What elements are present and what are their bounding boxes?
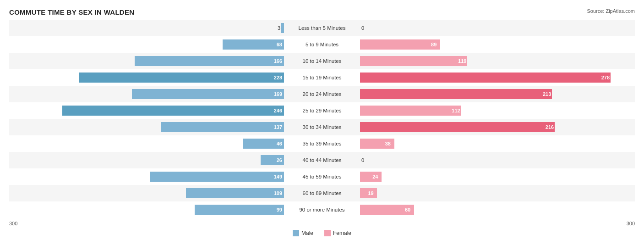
female-value: 19 (360, 190, 374, 196)
male-value: 149 (274, 174, 284, 179)
female-value: 213 (360, 91, 551, 97)
female-value: 119 (360, 58, 466, 64)
row-label: 35 to 39 Minutes (285, 141, 359, 146)
row-label: 90 or more Minutes (285, 207, 359, 212)
table-row: 90 or more Minutes9960 (9, 201, 635, 218)
male-value: 169 (274, 91, 284, 97)
row-label: 5 to 9 Minutes (285, 42, 359, 47)
legend-female-label: Female (333, 230, 351, 236)
table-row: 60 to 89 Minutes10919 (9, 185, 635, 201)
chart-container: Commute Time by Sex in Walden Source: Zi… (0, 0, 644, 240)
female-value: 60 (360, 207, 410, 212)
row-label: 20 to 24 Minutes (285, 91, 359, 97)
table-row: 25 to 29 Minutes246112 (9, 102, 635, 119)
table-row: 35 to 39 Minutes4638 (9, 135, 635, 152)
chart-title: Commute Time by Sex in Walden (9, 8, 635, 16)
female-value: 216 (360, 124, 554, 130)
female-value: 24 (360, 174, 378, 179)
axis-left: 300 (9, 221, 17, 226)
male-value: 137 (274, 124, 284, 130)
female-value: 0 (361, 157, 364, 163)
male-value: 46 (277, 141, 284, 146)
male-value: 3 (278, 25, 280, 31)
legend-male-label: Male (301, 230, 313, 236)
female-value: 112 (360, 108, 460, 113)
legend-male-box (293, 230, 299, 236)
row-label: 15 to 19 Minutes (285, 75, 359, 80)
male-value: 68 (277, 42, 284, 47)
table-row: Less than 5 Minutes30 (9, 20, 635, 36)
row-label: 30 to 34 Minutes (285, 124, 359, 130)
male-value: 26 (277, 157, 284, 163)
legend: Male Female (9, 230, 635, 236)
chart-area: Less than 5 Minutes305 to 9 Minutes68891… (9, 20, 635, 218)
table-row: 30 to 34 Minutes137216 (9, 119, 635, 135)
row-label: 40 to 44 Minutes (285, 157, 359, 163)
female-value: 89 (360, 42, 437, 47)
legend-female: Female (324, 230, 351, 236)
female-value: 0 (361, 25, 364, 31)
table-row: 20 to 24 Minutes169213 (9, 86, 635, 102)
male-value: 99 (277, 207, 284, 212)
female-value: 38 (360, 141, 391, 146)
row-label: Less than 5 Minutes (285, 25, 359, 31)
table-row: 40 to 44 Minutes260 (9, 152, 635, 168)
axis-right: 300 (627, 221, 635, 226)
table-row: 15 to 19 Minutes228278 (9, 69, 635, 86)
row-label: 25 to 29 Minutes (285, 108, 359, 113)
male-value: 246 (274, 108, 284, 113)
source-label: Source: ZipAtlas.com (587, 8, 635, 14)
axis-labels: 300 300 (9, 218, 635, 228)
row-label: 10 to 14 Minutes (285, 58, 359, 64)
male-value: 228 (274, 75, 284, 80)
table-row: 45 to 59 Minutes14924 (9, 168, 635, 185)
table-row: 5 to 9 Minutes6889 (9, 36, 635, 53)
female-value: 278 (360, 75, 610, 80)
legend-male: Male (293, 230, 313, 236)
row-label: 60 to 89 Minutes (285, 190, 359, 196)
row-label: 45 to 59 Minutes (285, 174, 359, 179)
legend-female-box (324, 230, 331, 236)
table-row: 10 to 14 Minutes166119 (9, 53, 635, 69)
male-value: 166 (274, 58, 284, 64)
male-value: 109 (274, 190, 284, 196)
